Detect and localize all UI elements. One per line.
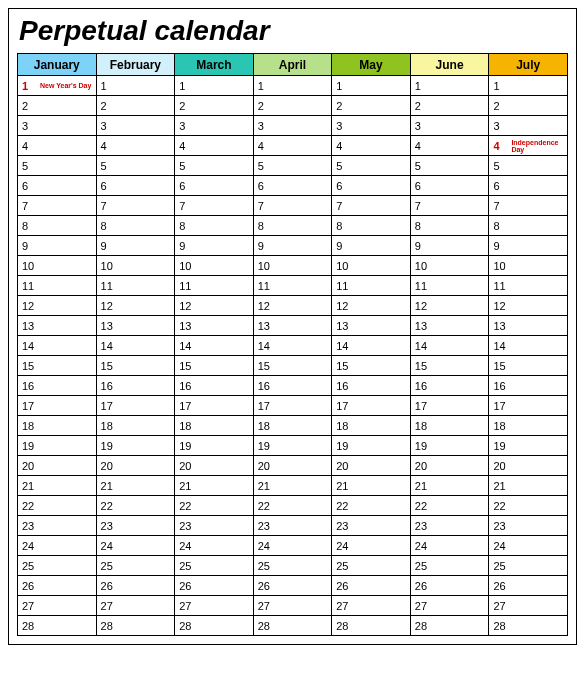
day-cell: 3 xyxy=(18,116,97,136)
day-cell: 20 xyxy=(175,456,254,476)
day-number: 9 xyxy=(99,240,117,252)
day-cell: 22 xyxy=(18,496,97,516)
day-cell: 2 xyxy=(332,96,411,116)
day-number: 24 xyxy=(20,540,38,552)
day-cell: 22 xyxy=(253,496,332,516)
day-cell: 17 xyxy=(489,396,568,416)
day-cell: 10 xyxy=(175,256,254,276)
day-cell: 7 xyxy=(332,196,411,216)
month-header: January xyxy=(18,54,97,76)
table-row: 6666666 xyxy=(18,176,568,196)
day-number: 20 xyxy=(413,460,431,472)
day-cell: 26 xyxy=(332,576,411,596)
day-number: 12 xyxy=(177,300,195,312)
day-cell: 15 xyxy=(175,356,254,376)
day-number: 17 xyxy=(99,400,117,412)
day-cell: 8 xyxy=(489,216,568,236)
day-number: 26 xyxy=(491,580,509,592)
table-row: 27272727272727 xyxy=(18,596,568,616)
day-number: 27 xyxy=(177,600,195,612)
day-number: 5 xyxy=(491,160,509,172)
day-cell: 28 xyxy=(489,616,568,636)
day-number: 10 xyxy=(491,260,509,272)
day-cell: 10 xyxy=(253,256,332,276)
day-cell: 1 xyxy=(253,76,332,96)
day-number: 28 xyxy=(413,620,431,632)
day-number: 8 xyxy=(334,220,352,232)
day-number: 22 xyxy=(99,500,117,512)
day-number: 20 xyxy=(491,460,509,472)
day-cell: 12 xyxy=(175,296,254,316)
table-row: 22222222222222 xyxy=(18,496,568,516)
day-cell: 3 xyxy=(175,116,254,136)
day-cell: 15 xyxy=(332,356,411,376)
day-cell: 3 xyxy=(410,116,489,136)
day-cell: 1New Year's Day xyxy=(18,76,97,96)
day-number: 19 xyxy=(334,440,352,452)
day-cell: 7 xyxy=(175,196,254,216)
day-number: 26 xyxy=(99,580,117,592)
day-cell: 19 xyxy=(175,436,254,456)
table-row: 5555555 xyxy=(18,156,568,176)
day-cell: 11 xyxy=(175,276,254,296)
page-title: Perpetual calendar xyxy=(19,15,568,47)
day-number: 14 xyxy=(413,340,431,352)
day-cell: 4 xyxy=(253,136,332,156)
day-cell: 26 xyxy=(253,576,332,596)
table-row: 28282828282828 xyxy=(18,616,568,636)
day-cell: 18 xyxy=(332,416,411,436)
day-cell: 19 xyxy=(253,436,332,456)
day-cell: 26 xyxy=(18,576,97,596)
day-cell: 18 xyxy=(18,416,97,436)
day-number: 24 xyxy=(491,540,509,552)
day-cell: 12 xyxy=(96,296,175,316)
day-number: 12 xyxy=(256,300,274,312)
day-cell: 6 xyxy=(175,176,254,196)
day-number: 5 xyxy=(20,160,38,172)
day-number: 6 xyxy=(491,180,509,192)
day-number: 25 xyxy=(256,560,274,572)
day-cell: 14 xyxy=(175,336,254,356)
day-number: 6 xyxy=(20,180,38,192)
day-number: 23 xyxy=(256,520,274,532)
day-cell: 15 xyxy=(253,356,332,376)
day-number: 22 xyxy=(334,500,352,512)
day-cell: 10 xyxy=(489,256,568,276)
day-cell: 27 xyxy=(175,596,254,616)
day-cell: 13 xyxy=(410,316,489,336)
day-number: 8 xyxy=(491,220,509,232)
day-cell: 25 xyxy=(175,556,254,576)
day-cell: 28 xyxy=(410,616,489,636)
day-number: 14 xyxy=(334,340,352,352)
day-number: 1 xyxy=(413,80,431,92)
day-number: 20 xyxy=(256,460,274,472)
day-number: 3 xyxy=(491,120,509,132)
day-number: 28 xyxy=(99,620,117,632)
day-cell: 19 xyxy=(410,436,489,456)
day-number: 18 xyxy=(20,420,38,432)
day-number: 23 xyxy=(99,520,117,532)
day-number: 6 xyxy=(177,180,195,192)
day-cell: 18 xyxy=(253,416,332,436)
day-cell: 14 xyxy=(410,336,489,356)
day-number: 10 xyxy=(99,260,117,272)
day-number: 7 xyxy=(20,200,38,212)
day-number: 9 xyxy=(177,240,195,252)
day-number: 15 xyxy=(334,360,352,372)
day-number: 18 xyxy=(177,420,195,432)
day-cell: 12 xyxy=(332,296,411,316)
day-number: 24 xyxy=(177,540,195,552)
day-cell: 23 xyxy=(18,516,97,536)
day-cell: 5 xyxy=(175,156,254,176)
day-cell: 6 xyxy=(18,176,97,196)
day-number: 28 xyxy=(491,620,509,632)
day-number: 27 xyxy=(256,600,274,612)
day-number: 2 xyxy=(256,100,274,112)
day-number: 15 xyxy=(491,360,509,372)
day-number: 19 xyxy=(20,440,38,452)
day-cell: 20 xyxy=(332,456,411,476)
day-cell: 1 xyxy=(332,76,411,96)
day-cell: 11 xyxy=(489,276,568,296)
day-cell: 28 xyxy=(253,616,332,636)
calendar-body: 1New Year's Day1111112222222333333344444… xyxy=(18,76,568,636)
